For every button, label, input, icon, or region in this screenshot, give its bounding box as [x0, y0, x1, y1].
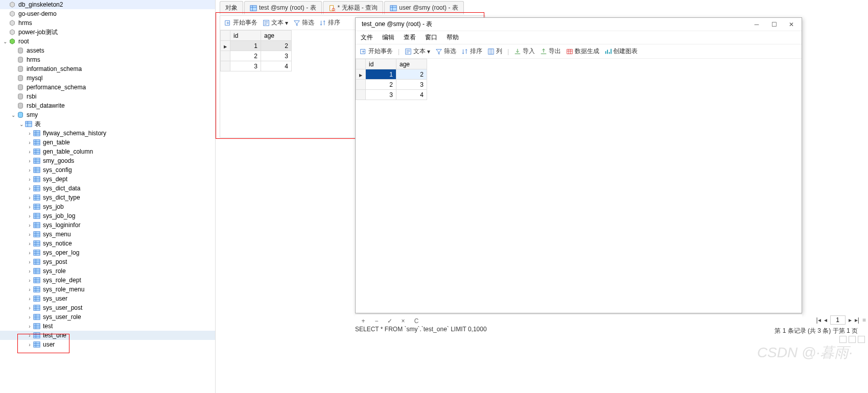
tab-test-smy-root-[interactable]: test @smy (root) - 表	[244, 1, 322, 14]
database-smy[interactable]: ⌄smy	[0, 110, 215, 119]
connection-power-job测试[interactable]: power-job测试	[0, 28, 215, 37]
cell-age[interactable]: 2	[261, 41, 292, 51]
datagen-button[interactable]: 数据生成	[566, 47, 599, 56]
table-gen_table[interactable]: ›gen_table	[0, 138, 215, 147]
database-assets[interactable]: assets	[0, 46, 215, 55]
maximize-button[interactable]: ☐	[767, 19, 781, 30]
close-button[interactable]: ✕	[784, 19, 799, 30]
data-grid-left[interactable]: idage122334	[220, 30, 292, 71]
cell-id[interactable]: 2	[366, 80, 396, 90]
connection-tree[interactable]: db_ginskeleton2go-user-demohrmspower-job…	[0, 0, 216, 393]
menu-查看[interactable]: 查看	[404, 33, 416, 42]
table-sys_config[interactable]: ›sys_config	[0, 165, 215, 175]
menu-文件[interactable]: 文件	[361, 33, 373, 42]
table-sys_user_post[interactable]: ›sys_user_post	[0, 303, 215, 312]
cell-age[interactable]: 4	[396, 90, 427, 100]
tab--[interactable]: * 无标题 - 查询	[323, 1, 384, 14]
row-header[interactable]	[356, 90, 366, 100]
text-button[interactable]: 文本 ▾	[405, 47, 430, 56]
cell-id[interactable]: 3	[366, 90, 396, 100]
minimize-button[interactable]: ─	[749, 19, 764, 30]
table-test[interactable]: ›test	[0, 322, 215, 331]
status-btn-+[interactable]: +	[359, 317, 367, 325]
popup-menubar[interactable]: 文件编辑查看窗口帮助	[356, 31, 802, 44]
menu-编辑[interactable]: 编辑	[382, 33, 394, 42]
status-btn-×[interactable]: ×	[399, 317, 407, 325]
table-sys_oper_log[interactable]: ›sys_oper_log	[0, 248, 215, 257]
cell-id[interactable]: 1	[230, 41, 261, 51]
begin-txn-button[interactable]: 开始事务	[224, 18, 257, 27]
page-input[interactable]	[830, 315, 846, 325]
editor-tabs[interactable]: 对象test @smy (root) - 表* 无标题 - 查询user @sm…	[220, 0, 465, 14]
page-last-button[interactable]: ▸|	[855, 316, 859, 324]
table-sys_dict_type[interactable]: ›sys_dict_type	[0, 193, 215, 202]
row-header[interactable]	[221, 61, 230, 71]
cell-age[interactable]: 3	[396, 80, 427, 90]
view-mode-buttons[interactable]	[839, 336, 865, 343]
connection-db_ginskeleton2[interactable]: db_ginskeleton2	[0, 0, 215, 9]
table-gen_table_column[interactable]: ›gen_table_column	[0, 147, 215, 156]
database-hrms[interactable]: hrms	[0, 55, 215, 64]
table-user[interactable]: ›user	[0, 340, 215, 349]
sort-button[interactable]: 排序	[319, 18, 340, 27]
status-btn-C[interactable]: C	[412, 317, 420, 325]
tab-user-smy-root-[interactable]: user @smy (root) - 表	[384, 1, 464, 14]
row-header[interactable]	[221, 41, 230, 51]
row-header[interactable]	[221, 51, 230, 61]
cell-id[interactable]: 1	[366, 69, 396, 80]
page-next-button[interactable]: ▸	[849, 316, 852, 324]
import-button[interactable]: 导入	[514, 47, 535, 56]
menu-窗口[interactable]: 窗口	[425, 33, 437, 42]
database-mysql[interactable]: mysql	[0, 73, 215, 83]
stop-button[interactable]: ■	[862, 316, 866, 324]
export-button[interactable]: 导出	[540, 47, 561, 56]
cell-id[interactable]: 3	[230, 61, 261, 71]
table-sys_dept[interactable]: ›sys_dept	[0, 175, 215, 184]
col-id[interactable]: id	[230, 31, 261, 41]
database-information_schema[interactable]: information_schema	[0, 64, 215, 73]
table-sys_role_menu[interactable]: ›sys_role_menu	[0, 285, 215, 294]
col-age[interactable]: age	[396, 59, 427, 69]
status-btn-✓[interactable]: ✓	[386, 317, 394, 325]
table-sys_job_log[interactable]: ›sys_job_log	[0, 211, 215, 220]
data-grid-popup[interactable]: idage122334	[356, 59, 427, 100]
table-sys_dict_data[interactable]: ›sys_dict_data	[0, 184, 215, 193]
popup-titlebar[interactable]: test_one @smy (root) - 表 ─ ☐ ✕	[356, 18, 802, 31]
filter-button[interactable]: 筛选	[293, 18, 314, 27]
sort-button[interactable]: 排序	[461, 47, 482, 56]
table-sys_role[interactable]: ›sys_role	[0, 266, 215, 276]
database-performance_schema[interactable]: performance_schema	[0, 83, 215, 92]
table-sys_post[interactable]: ›sys_post	[0, 257, 215, 266]
cell-age[interactable]: 4	[261, 61, 292, 71]
connection-go-user-demo[interactable]: go-user-demo	[0, 9, 215, 18]
table-sys_notice[interactable]: ›sys_notice	[0, 239, 215, 248]
database-rsbi_datawrite[interactable]: rsbi_datawrite	[0, 101, 215, 110]
table-sys_job[interactable]: ›sys_job	[0, 202, 215, 211]
table-sys_user_role[interactable]: ›sys_user_role	[0, 312, 215, 322]
table-sys_logininfor[interactable]: ›sys_logininfor	[0, 220, 215, 230]
cell-id[interactable]: 2	[230, 51, 261, 61]
connection-root[interactable]: ⌄root	[0, 37, 215, 46]
chart-button[interactable]: 创建图表	[604, 47, 638, 56]
menu-帮助[interactable]: 帮助	[447, 33, 459, 42]
tab--[interactable]: 对象	[220, 1, 243, 14]
col-age[interactable]: age	[261, 31, 292, 41]
table-test_one[interactable]: ›test_one	[0, 331, 215, 340]
begin-txn-button[interactable]: 开始事务	[360, 47, 393, 56]
filter-button[interactable]: 筛选	[435, 47, 456, 56]
table-sys_menu[interactable]: ›sys_menu	[0, 230, 215, 239]
database-rsbi[interactable]: rsbi	[0, 92, 215, 101]
table-flyway_schema_history[interactable]: ›flyway_schema_history	[0, 129, 215, 138]
row-header[interactable]	[356, 69, 366, 80]
table-sys_user[interactable]: ›sys_user	[0, 294, 215, 303]
table-sys_role_dept[interactable]: ›sys_role_dept	[0, 276, 215, 285]
status-btn-−[interactable]: −	[372, 317, 381, 325]
cell-age[interactable]: 3	[261, 51, 292, 61]
pager[interactable]: |◂ ◂ ▸ ▸| ■	[816, 315, 866, 325]
cell-age[interactable]: 2	[396, 69, 427, 80]
col-id[interactable]: id	[366, 59, 396, 69]
page-prev-button[interactable]: ◂	[824, 316, 827, 324]
column-button[interactable]: 列	[487, 47, 502, 56]
text-button[interactable]: 文本 ▾	[263, 18, 288, 27]
tables-folder[interactable]: ⌄表	[0, 119, 215, 129]
